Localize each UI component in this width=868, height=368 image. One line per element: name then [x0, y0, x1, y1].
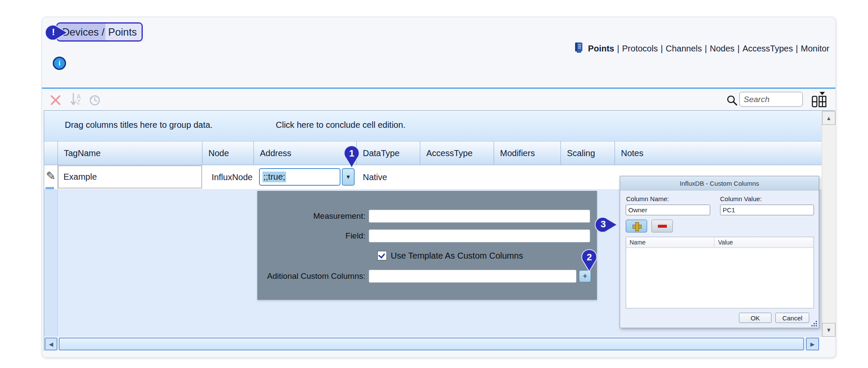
history-icon[interactable]	[87, 93, 102, 107]
use-template-checkbox[interactable]	[377, 251, 387, 260]
scroll-left-icon: ◀	[49, 341, 53, 347]
address-selected-text: ;;true;	[262, 172, 286, 182]
column-header-address[interactable]: Address	[254, 142, 357, 165]
scroll-up-icon: ▲	[826, 115, 832, 121]
horizontal-scrollbar-thumb[interactable]	[59, 338, 804, 350]
measurement-field[interactable]	[369, 210, 590, 223]
cell-datatype[interactable]: Native	[357, 165, 420, 189]
step-3-label: 3	[595, 216, 611, 232]
cell-address: ;;true; ▼	[254, 165, 357, 189]
nav-item-points[interactable]: Points	[588, 44, 614, 54]
add-custom-column-button[interactable]: +	[579, 270, 591, 282]
header-gutter	[44, 142, 58, 165]
sort-z-glyph: Z	[77, 100, 81, 105]
nav-separator: |	[702, 44, 709, 54]
ok-button[interactable]: OK	[739, 313, 772, 323]
column-header-modifiers[interactable]: Modifiers	[494, 142, 561, 165]
scroll-down-button[interactable]: ▼	[822, 323, 835, 337]
tab-title-normal: Points	[105, 24, 142, 40]
cancel-button[interactable]: Cancel	[775, 313, 809, 323]
step-1-label: 1	[343, 146, 360, 161]
points-book-icon	[574, 42, 584, 55]
nav-separator: |	[735, 44, 742, 54]
scroll-left-button[interactable]: ◀	[45, 338, 57, 350]
node-value: InfluxNode	[211, 172, 253, 182]
datatype-value: Native	[363, 172, 387, 182]
additional-columns-label: Aditional Custom Columns:	[257, 271, 369, 281]
checkmark-icon	[378, 251, 385, 258]
nav-separator: |	[793, 44, 800, 54]
address-editor-input[interactable]: ;;true;	[259, 168, 341, 186]
grid-gutter-strip	[44, 189, 58, 337]
cell-tagname[interactable]: Example	[58, 165, 202, 189]
column-value-field[interactable]	[720, 205, 814, 215]
delete-icon[interactable]	[48, 93, 63, 107]
column-header-node[interactable]: Node	[202, 142, 254, 165]
resize-grip[interactable]	[811, 320, 818, 327]
tagname-cell-box: Example	[58, 166, 202, 188]
field-field[interactable]	[369, 229, 590, 242]
points-grid: Drag columns titles here to group data. …	[44, 110, 835, 351]
column-name-field[interactable]	[626, 205, 710, 215]
group-hint-label[interactable]: Drag columns titles here to group data.	[65, 120, 213, 130]
info-icon[interactable]: i	[53, 57, 66, 70]
row-selector-cell: ✎	[44, 165, 58, 189]
column-header-accesstype[interactable]: AccessType	[420, 142, 494, 165]
dialog-remove-button[interactable]	[651, 220, 673, 232]
measurement-label: Measurement:	[257, 211, 369, 221]
nav-item-channels[interactable]: Channels	[666, 44, 702, 54]
dialog-add-button[interactable]	[626, 220, 647, 232]
column-header-tagname[interactable]: TagName	[58, 142, 202, 165]
step-2-callout: 2	[581, 249, 598, 272]
exclaim-callout: !	[45, 24, 68, 41]
address-editor: ;;true; ▼	[259, 168, 355, 186]
cell-modifiers[interactable]	[494, 165, 561, 189]
nav-item-monitor[interactable]: Monitor	[801, 44, 829, 54]
step-3-callout: 3	[594, 216, 618, 233]
dialog-title: InfluxDB - Custom Columns	[620, 176, 819, 190]
group-by-band[interactable]: Drag columns titles here to group data. …	[44, 111, 822, 142]
column-chooser-icon[interactable]	[810, 90, 829, 109]
info-icon-glyph: i	[58, 59, 60, 68]
nav-item-nodes[interactable]: Nodes	[710, 44, 735, 54]
additional-columns-field[interactable]	[369, 270, 576, 283]
conclude-edit-hint[interactable]: Click here to conclude cell edition.	[276, 120, 405, 130]
field-label: Field:	[257, 231, 369, 241]
horizontal-scrollbar: ◀ ▶	[44, 337, 822, 352]
search-input[interactable]	[739, 92, 803, 107]
nav-separator: |	[615, 44, 621, 54]
column-value-label: Column Value:	[720, 195, 762, 202]
scroll-up-button[interactable]: ▲	[822, 111, 835, 125]
divider-line	[42, 87, 835, 89]
screen: ! Devices / Points i Points	[0, 0, 868, 368]
column-header-datatype[interactable]: DataType	[357, 142, 420, 165]
table-header-name[interactable]: Name	[626, 237, 714, 247]
scroll-down-icon: ▼	[826, 327, 832, 333]
cell-scaling[interactable]	[561, 165, 615, 189]
column-header-scaling[interactable]: Scaling	[561, 142, 615, 165]
remove-icon	[658, 225, 667, 228]
table-header-value[interactable]: Value	[714, 237, 814, 247]
edit-pencil-icon: ✎	[46, 169, 56, 183]
custom-columns-table: Name Value	[626, 237, 814, 308]
column-header-notes[interactable]: Notes	[615, 142, 822, 165]
scroll-right-icon: ▶	[811, 341, 815, 347]
scrollbar-corner	[822, 337, 835, 352]
top-navigation: Points | Protocols | Channels | Nodes | …	[574, 42, 829, 55]
nav-item-accesstypes[interactable]: AccessTypes	[742, 44, 793, 54]
tagname-value: Example	[63, 172, 97, 182]
cell-node[interactable]: InfluxNode	[202, 165, 254, 189]
sort-az-icon[interactable]: A Z	[66, 92, 85, 107]
vertical-scrollbar: ▲ ▼	[822, 111, 835, 337]
influxdb-custom-columns-dialog: InfluxDB - Custom Columns Column Name: C…	[620, 176, 819, 328]
nav-item-protocols[interactable]: Protocols	[622, 44, 658, 54]
scroll-right-button[interactable]: ▶	[806, 338, 819, 350]
chevron-down-icon: ▼	[346, 174, 351, 180]
custom-columns-table-header: Name Value	[626, 237, 814, 248]
use-template-label: Use Template As Custom Columns	[391, 251, 523, 261]
plus-icon: +	[582, 271, 587, 281]
address-dropdown-button[interactable]: ▼	[342, 168, 355, 186]
tab-devices-points[interactable]: Devices / Points	[56, 22, 143, 42]
influxdb-address-panel: Measurement: Field: Use Template As Cust…	[257, 191, 597, 300]
cell-accesstype[interactable]	[420, 165, 494, 189]
